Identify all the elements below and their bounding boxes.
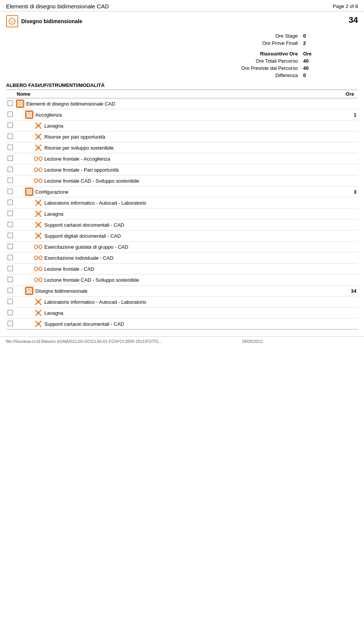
table-row: Lezione frontale CAD - Sviluppo sostenib…: [6, 175, 358, 186]
table-row: Supporti cartacei documentali - CAD: [6, 219, 358, 230]
row-name: Esercitazione individuale - CAD: [44, 255, 113, 261]
ore-stage-val: 0: [301, 33, 357, 39]
row-checkbox[interactable]: [8, 310, 13, 315]
svg-rect-47: [35, 267, 38, 271]
row-name: Laboratorio informatico - Autocad - Labo…: [44, 299, 146, 305]
footer-date: 18/05/2012: [242, 339, 263, 344]
row-name: Lavagna: [44, 211, 63, 217]
row-checkbox[interactable]: [8, 222, 13, 227]
table-row: Supporti digitali documentali - CAD: [6, 230, 358, 241]
strumento-icon: [34, 199, 42, 207]
svg-rect-24: [39, 179, 42, 183]
row-ore: 3: [323, 186, 358, 197]
svg-rect-18: [39, 157, 42, 161]
svg-rect-17: [35, 157, 38, 161]
row-checkbox[interactable]: [8, 200, 13, 205]
totali-val: 40: [301, 58, 357, 64]
row-checkbox[interactable]: [8, 277, 13, 282]
col-ore: Ore: [323, 90, 358, 98]
strumento-icon: [34, 121, 42, 130]
row-checkbox[interactable]: [8, 189, 13, 194]
row-ore: [323, 142, 358, 153]
row-ore: [323, 297, 358, 308]
table-row: Elementi di disegno bidimensionale CAD: [6, 98, 358, 109]
row-ore: [323, 275, 358, 286]
table-row: Risorse per sviluppo sostenibile: [6, 142, 358, 153]
ore-col-label: Ore: [301, 50, 357, 57]
svg-point-34: [37, 213, 39, 215]
svg-rect-21: [39, 168, 42, 172]
row-ore: [323, 308, 358, 319]
row-name: Risorse per pari opportunità: [44, 134, 105, 140]
uf-icon: [25, 110, 33, 119]
svg-rect-5: [26, 112, 32, 118]
page-title: Elementi di disegno bidimensionale CAD: [6, 3, 109, 9]
row-checkbox[interactable]: [8, 101, 13, 106]
row-name: Lezione frontale CAD - Sviluppo sostenib…: [44, 178, 139, 184]
row-checkbox[interactable]: [8, 167, 13, 172]
strumento-icon: [34, 210, 42, 218]
strumento-icon: [34, 309, 42, 317]
row-name: Elementi di disegno bidimensionale CAD: [26, 101, 115, 107]
svg-point-27: [28, 190, 31, 193]
modalita-icon: [34, 254, 42, 262]
row-ore: [323, 120, 358, 131]
row-checkbox[interactable]: [8, 134, 13, 139]
row-checkbox[interactable]: [8, 156, 13, 161]
row-ore: [323, 264, 358, 275]
col-nome: Nome: [14, 90, 323, 98]
svg-point-6: [28, 113, 31, 116]
row-name: Risorse per sviluppo sostenibile: [44, 145, 114, 151]
row-checkbox[interactable]: [8, 112, 13, 117]
svg-rect-42: [39, 245, 42, 249]
row-name: Esercitazione guidata di gruppo - CAD: [44, 244, 128, 250]
table-row: Risorse per pari opportunità: [6, 131, 358, 142]
svg-rect-44: [35, 256, 38, 260]
table-row: Lavagna: [6, 208, 358, 219]
svg-rect-45: [39, 256, 42, 260]
row-name: Supporti cartacei documentali - CAD: [44, 222, 124, 228]
svg-rect-2: [17, 101, 23, 107]
table-row: Supporti cartacei documentali - CAD: [6, 319, 358, 330]
row-name: Configurazione: [35, 189, 68, 195]
row-ore: [323, 208, 358, 219]
top-module-icon: ①: [6, 15, 18, 27]
row-name: Lavagna: [44, 310, 63, 316]
table-row: Esercitazione individuale - CAD: [6, 252, 358, 264]
svg-rect-53: [26, 288, 32, 294]
svg-point-61: [37, 312, 39, 314]
row-checkbox[interactable]: [8, 211, 13, 216]
row-name: Laboratorio informatico - Autocad - Labo…: [44, 200, 146, 206]
svg-rect-48: [39, 267, 42, 271]
row-name: Accoglienza: [35, 112, 62, 118]
svg-rect-41: [35, 245, 38, 249]
row-ore: [323, 98, 358, 109]
strumento-icon: [34, 221, 42, 229]
svg-point-13: [37, 136, 39, 138]
row-checkbox[interactable]: [8, 123, 13, 128]
row-checkbox[interactable]: [8, 145, 13, 150]
modalita-icon: [34, 155, 42, 163]
svg-point-54: [28, 289, 31, 292]
page-number: Page 2 of 8: [333, 3, 358, 9]
svg-point-31: [37, 202, 39, 204]
row-checkbox[interactable]: [8, 299, 13, 304]
svg-point-37: [37, 224, 39, 226]
row-checkbox[interactable]: [8, 288, 13, 293]
row-checkbox[interactable]: [8, 255, 13, 260]
differenza-label: Differenza: [7, 72, 301, 79]
table-row: Lezione frontale CAD - Sviluppo sostenib…: [6, 275, 358, 286]
row-checkbox[interactable]: [8, 266, 13, 271]
svg-point-40: [37, 235, 39, 237]
row-ore: 34: [323, 286, 358, 297]
modalita-icon: [34, 177, 42, 185]
row-name: Lezione frontale - Pari opportunità: [44, 167, 119, 173]
row-checkbox[interactable]: [8, 233, 13, 238]
row-ore: [323, 319, 358, 330]
previste-val: 40: [301, 65, 357, 71]
row-checkbox[interactable]: [8, 178, 13, 183]
row-checkbox[interactable]: [8, 244, 13, 249]
strumento-icon: [34, 298, 42, 306]
table-row: Lavagna: [6, 120, 358, 131]
row-checkbox[interactable]: [8, 321, 13, 326]
